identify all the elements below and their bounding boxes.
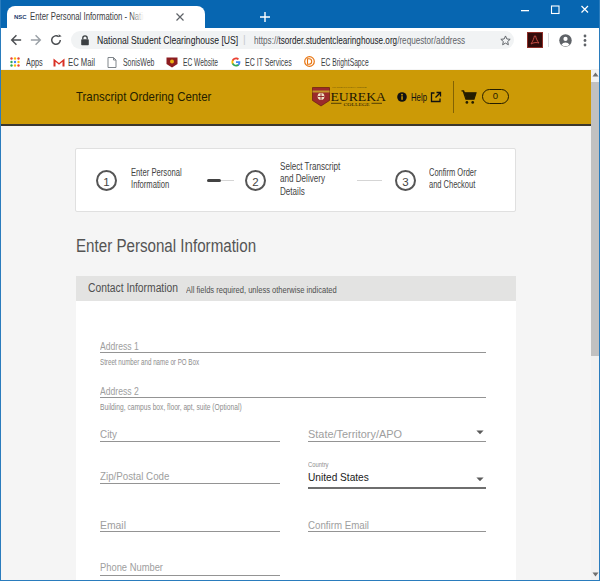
svg-text:THE WORLD IS OUR CLASSROOM: THE WORLD IS OUR CLASSROOM: [332, 86, 366, 88]
svg-text:COLLEGE: COLLEGE: [344, 102, 370, 107]
